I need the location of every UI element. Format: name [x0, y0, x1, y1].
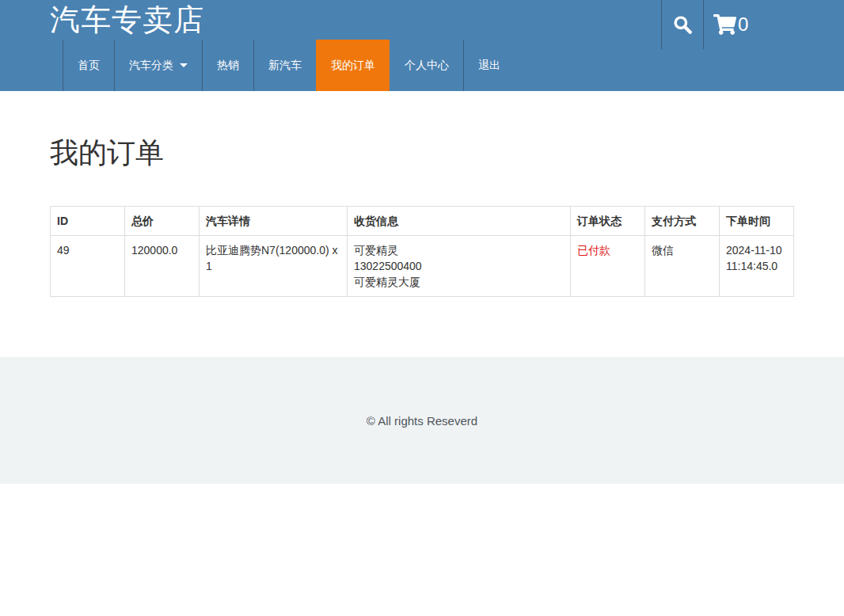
table-header-row: ID 总价 汽车详情 收货信息 订单状态 支付方式 下单时间: [51, 207, 794, 236]
delivery-phone: 13022500400: [354, 258, 564, 274]
nav-item-hot-sales[interactable]: 热销: [202, 40, 253, 91]
chevron-down-icon: [180, 63, 188, 67]
nav-item-my-orders[interactable]: 我的订单: [316, 40, 390, 91]
order-time: 2024-11-10 11:14:45.0: [720, 236, 794, 297]
delivery-address: 可爱精灵大厦: [354, 274, 564, 290]
order-id: 49: [51, 236, 125, 297]
col-header-order-status: 订单状态: [571, 207, 645, 236]
col-header-order-time: 下单时间: [720, 207, 794, 236]
nav-item-label: 汽车分类: [129, 59, 173, 73]
nav-item-label: 退出: [478, 59, 500, 73]
order-payment-method: 微信: [645, 236, 720, 297]
footer: © All rights Reseverd: [0, 357, 844, 484]
table-row: 49 120000.0 比亚迪腾势N7(120000.0) x 1 可爱精灵 1…: [51, 236, 794, 297]
main-nav: 首页 汽车分类 热销 新汽车 我的订单 个人中心 退出: [63, 40, 515, 91]
col-header-total-price: 总价: [125, 207, 200, 236]
page-title: 我的订单: [50, 135, 794, 169]
nav-item-home[interactable]: 首页: [63, 40, 114, 91]
page: 汽车专卖店 首页 汽车分类 热销 新汽车 我的订单 个人中心 退出: [0, 0, 844, 616]
orders-table: ID 总价 汽车详情 收货信息 订单状态 支付方式 下单时间 49 120000…: [50, 206, 794, 297]
search-icon: [672, 14, 693, 35]
nav-item-logout[interactable]: 退出: [463, 40, 515, 91]
header-tools: 0: [661, 0, 762, 49]
nav-item-label: 热销: [217, 59, 239, 73]
status-badge: 已付款: [577, 244, 610, 257]
order-total-price: 120000.0: [125, 236, 200, 297]
copyright-text: © All rights Reseverd: [367, 414, 477, 428]
nav-item-car-categories[interactable]: 汽车分类: [114, 40, 202, 91]
order-status: 已付款: [571, 236, 645, 297]
nav-item-label: 新汽车: [268, 59, 302, 73]
nav-item-label: 我的订单: [331, 59, 375, 73]
nav-item-new-cars[interactable]: 新汽车: [253, 40, 316, 91]
search-button[interactable]: [661, 0, 703, 49]
col-header-car-details: 汽车详情: [200, 207, 348, 236]
order-car-details: 比亚迪腾势N7(120000.0) x 1: [200, 236, 348, 297]
nav-item-profile[interactable]: 个人中心: [390, 40, 463, 91]
brand-title[interactable]: 汽车专卖店: [50, 2, 204, 39]
nav-item-label: 个人中心: [405, 59, 449, 73]
order-delivery-info: 可爱精灵 13022500400 可爱精灵大厦: [348, 236, 571, 297]
cart-button[interactable]: 0: [703, 0, 762, 49]
delivery-name: 可爱精灵: [354, 242, 564, 258]
col-header-payment-method: 支付方式: [645, 207, 720, 236]
main-content: 我的订单 ID 总价 汽车详情 收货信息 订单状态 支付方式 下单时间: [50, 135, 794, 297]
shopping-cart-icon: [713, 14, 736, 35]
nav-item-label: 首页: [78, 59, 100, 73]
header: 汽车专卖店 首页 汽车分类 热销 新汽车 我的订单 个人中心 退出: [0, 0, 844, 91]
col-header-id: ID: [51, 207, 125, 236]
col-header-delivery-info: 收货信息: [348, 207, 571, 236]
cart-count: 0: [738, 15, 748, 34]
